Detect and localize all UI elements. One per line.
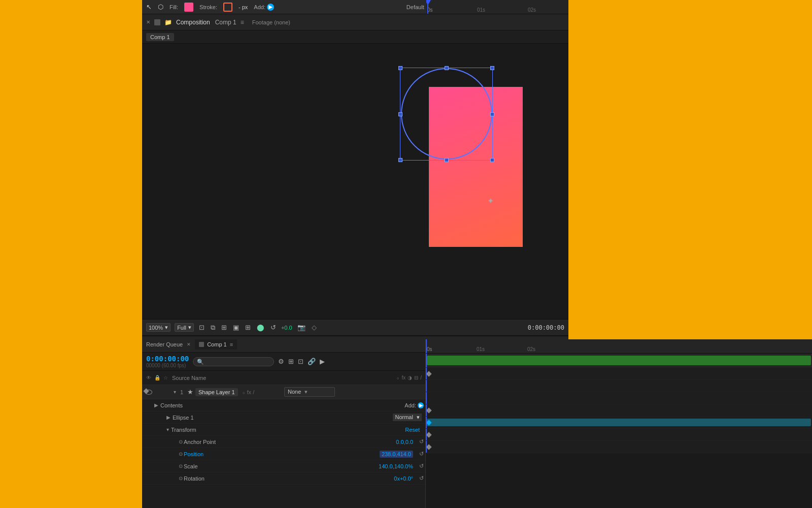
tab-icon-square (154, 19, 160, 25)
solo-icon[interactable]: ⊡ (298, 358, 303, 365)
anchor-value[interactable]: 0.0,0.0 (396, 439, 413, 445)
rq-close[interactable]: ✕ (187, 342, 191, 347)
composition-icon: 📁 (164, 19, 172, 26)
handle-tm[interactable] (445, 66, 449, 70)
tl-scale-track (426, 429, 812, 441)
layer-fx-icon: fx (247, 389, 252, 395)
panel-options-icon[interactable]: ⚙ (278, 358, 284, 365)
reset-icon[interactable]: ↺ (269, 323, 277, 332)
layout-icon[interactable]: ⊞ (220, 323, 228, 332)
layer-mini-icons: ⬦ fx / (242, 389, 255, 395)
snapshot-icon[interactable]: 📷 (296, 323, 307, 332)
breadcrumb-comp1[interactable]: Comp 1 (146, 33, 174, 41)
contents-add-btn[interactable]: Add: ▶ (404, 402, 424, 408)
col-left: 👁 🔒 ☆ Source Name ⬦ fx ◑ ⊟ / (142, 375, 426, 381)
add-icon[interactable]: ▶ (418, 402, 424, 408)
tl-rot-kf (426, 444, 431, 450)
tl-playhead-7 (426, 429, 427, 440)
tl-green-bar (427, 356, 811, 365)
rotation-prop-left: ⊙ Rotation 0x+0.0° ↺ (142, 475, 426, 482)
position-value[interactable]: 238.0,414.0 (380, 451, 413, 458)
layer-name[interactable]: Shape Layer 1 (195, 388, 238, 396)
parent-link-dropdown[interactable]: None ▾ (284, 387, 335, 397)
position-watch-icon[interactable]: ⊙ (179, 451, 183, 457)
fps-label: 00000 (60.00 fps) (146, 363, 189, 368)
compare-icon[interactable]: ⧉ (210, 323, 216, 333)
layer-keys-icon: ⬦ (242, 389, 246, 395)
handle-br[interactable] (490, 158, 494, 162)
timeline-search[interactable] (193, 357, 274, 366)
ruler-ext-0: 0s (427, 346, 432, 352)
tab-close[interactable]: ✕ (146, 19, 150, 25)
grid-icon[interactable]: ⊞ (244, 323, 252, 332)
color-adjust: +0.0 (281, 325, 292, 331)
zoom-select[interactable]: 100% ▾ (146, 323, 171, 332)
scale-link-icon: ↺ (419, 463, 424, 469)
handle-bm[interactable] (445, 158, 449, 162)
ellipse-twirly[interactable]: ▶ (166, 415, 171, 420)
handle-bl[interactable] (398, 158, 402, 162)
anchor-label: Anchor Point (184, 439, 216, 445)
scale-prop-left: ⊙ Scale 140.0,140.0% ↺ (142, 463, 426, 469)
combine-icon[interactable]: ⊞ (288, 358, 294, 365)
lock-col-icon: 🔒 (154, 375, 160, 380)
move-cursor-icon: ✦ (487, 196, 494, 206)
tl-playhead-6 (426, 417, 427, 428)
ellipse-blend-dropdown[interactable]: Normal ▾ (393, 414, 422, 421)
tl-transform-track (426, 392, 812, 404)
handle-tl[interactable] (398, 66, 402, 70)
stroke-swatch[interactable] (223, 3, 232, 12)
rotation-value[interactable]: 0x+0.0° (394, 475, 413, 482)
link-icon[interactable]: 🔗 (308, 358, 316, 365)
comp-tab[interactable]: Comp 1 ≡ (195, 339, 237, 350)
arrow-icon[interactable]: ↖ (146, 3, 152, 11)
ruler-ext-2s: 02s (527, 346, 535, 352)
workspace-default[interactable]: Default (403, 3, 427, 11)
contents-twirly[interactable]: ▶ (154, 402, 158, 408)
scale-watch-icon[interactable]: ⊙ (179, 463, 183, 469)
comp-name[interactable]: Comp 1 (215, 19, 236, 26)
viewer-toolbar: 100% ▾ Full ▾ ⊡ ⧉ ⊞ ▣ ⊞ ⬤ ↺ +0.0 📷 ◇ 0:0… (142, 319, 568, 335)
current-time[interactable]: 0:00:00:00 (146, 355, 189, 363)
quality-select[interactable]: Full ▾ (175, 323, 194, 332)
anchor-watch-icon[interactable]: ⊙ (179, 439, 183, 444)
anchor-prop-left: ⊙ Anchor Point 0.0,0.0 ↺ (142, 438, 426, 445)
playhead-ext (426, 339, 427, 353)
ellipse-label: Ellipse 1 (173, 415, 194, 421)
transparency-icon[interactable]: ◇ (311, 323, 318, 332)
collapse-icon: ⊟ (414, 375, 418, 380)
footage-tab[interactable]: Footage (none) (248, 18, 294, 26)
tl-playhead-3 (426, 380, 427, 392)
position-label: Position (184, 451, 204, 457)
comp-tab-menu[interactable]: ≡ (241, 19, 244, 26)
add-text: Add: (254, 4, 265, 10)
render-queue-label[interactable]: Render Queue (146, 341, 183, 347)
handle-mr[interactable] (490, 112, 494, 116)
handle-ml[interactable] (398, 112, 402, 116)
add-circle-icon[interactable]: ▶ (267, 4, 274, 11)
tl-contents-track (426, 368, 812, 380)
preview-icon[interactable]: ▶ (320, 358, 325, 365)
blend-value: Normal (395, 414, 413, 420)
rotation-watch-icon[interactable]: ⊙ (179, 475, 183, 481)
transform-prop-left: ▾ Transform Reset (142, 427, 426, 433)
playhead[interactable] (427, 0, 428, 14)
transform-twirly[interactable]: ▾ (166, 427, 169, 432)
layer-col-icons: 👁 🔒 ☆ (146, 375, 168, 380)
scale-value[interactable]: 140.0,140.0% (379, 463, 413, 469)
select-icon[interactable]: ⬡ (158, 3, 163, 11)
handle-tr[interactable] (490, 66, 494, 70)
quality-value: Full (177, 325, 186, 331)
transform-reset[interactable]: Reset (405, 427, 420, 433)
rotation-label: Rotation (184, 475, 205, 482)
tl-tab-menu[interactable]: ≡ (230, 341, 233, 347)
stroke-value: - px (239, 4, 248, 10)
safe-zones-icon[interactable]: ▣ (232, 323, 240, 332)
color-wheel-icon[interactable]: ⬤ (256, 323, 265, 332)
fit-icon[interactable]: ⊡ (198, 323, 206, 332)
fill-swatch[interactable] (184, 3, 193, 12)
tl-scale-kf (426, 432, 431, 437)
layer-expand[interactable]: ▾ (174, 389, 176, 395)
selection-box[interactable] (400, 68, 493, 161)
add-button[interactable]: Add: ▶ (254, 4, 274, 11)
